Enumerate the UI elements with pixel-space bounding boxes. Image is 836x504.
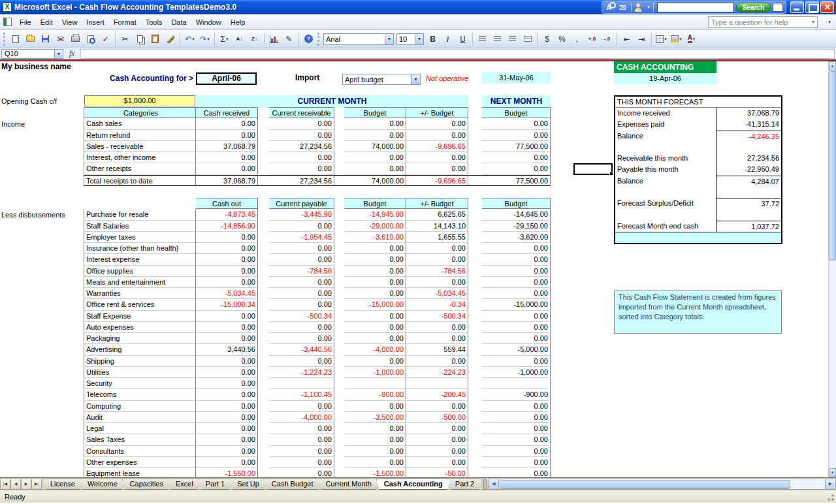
forecast-value[interactable] <box>716 187 781 198</box>
value-cell[interactable]: 0.00 <box>344 118 406 129</box>
notebook-icon[interactable] <box>773 3 783 12</box>
column-header[interactable]: Budget <box>482 107 551 118</box>
value-cell[interactable]: 0.00 <box>344 254 406 265</box>
value-cell[interactable]: 0.00 <box>344 311 406 322</box>
sheet-tab-part-2[interactable]: Part 2 <box>447 479 482 490</box>
value-cell[interactable]: 0.00 <box>344 322 406 333</box>
value-cell[interactable]: 0.00 <box>406 243 468 254</box>
value-cell[interactable]: 0.00 <box>482 412 551 423</box>
value-cell[interactable]: 0.00 <box>344 457 406 468</box>
value-cell[interactable]: 0.00 <box>482 457 551 468</box>
value-cell[interactable]: 0.00 <box>196 412 258 423</box>
value-cell[interactable]: 0.00 <box>482 277 551 288</box>
category-cell[interactable]: Total receipts to date <box>84 175 196 186</box>
next-month-band[interactable]: NEXT MONTH <box>482 95 551 108</box>
value-cell[interactable]: 0.00 <box>406 163 468 174</box>
forecast-label[interactable]: Balance <box>615 176 716 187</box>
format-painter-icon[interactable] <box>163 33 177 46</box>
forecast-value[interactable]: 27,234.56 <box>716 153 781 164</box>
sheet-tab-current-month[interactable]: Current Month <box>317 479 379 490</box>
value-cell[interactable]: 0.00 <box>196 389 258 400</box>
column-header[interactable]: Current payable <box>269 198 334 209</box>
value-cell[interactable]: 0.00 <box>196 322 258 333</box>
value-cell[interactable]: 37,068.79 <box>196 175 258 186</box>
email-icon[interactable]: ✉ <box>54 33 67 46</box>
value-cell[interactable]: 0.00 <box>482 322 551 333</box>
resize-grip[interactable] <box>827 494 835 501</box>
formula-input[interactable] <box>80 49 835 59</box>
value-cell[interactable]: -784.56 <box>269 266 334 277</box>
opening-cash-value-cell[interactable]: $1,000.00 <box>84 95 195 106</box>
merge-center-icon[interactable] <box>521 33 534 46</box>
value-cell[interactable]: 0.00 <box>406 457 468 468</box>
name-box[interactable]: Q10 <box>1 49 55 59</box>
value-cell[interactable]: -1,000.00 <box>344 367 406 378</box>
month-end-date-cell[interactable]: 31-May-06 <box>482 72 551 84</box>
forecast-value[interactable]: 4,284.07 <box>716 176 781 187</box>
sheet-tab-cash-accounting[interactable]: Cash Accounting <box>376 479 451 490</box>
value-cell[interactable]: 0.00 <box>344 163 406 174</box>
cash-accounting-date-cell[interactable]: 19-Apr-06 <box>614 73 716 84</box>
category-cell[interactable]: Other receipts <box>84 163 196 174</box>
value-cell[interactable]: 0.00 <box>269 163 334 174</box>
category-cell[interactable]: Packaging <box>84 333 196 344</box>
category-cell[interactable]: Meals and entertainment <box>84 277 196 288</box>
minimize-button[interactable] <box>790 1 804 13</box>
value-cell[interactable]: 0.00 <box>482 118 551 129</box>
value-cell[interactable]: -14,856.90 <box>196 221 258 232</box>
value-cell[interactable]: 0.00 <box>196 254 258 265</box>
category-cell[interactable]: Sales Taxes <box>84 434 196 445</box>
undo-icon[interactable]: ↶▾ <box>183 33 197 46</box>
less-disbursements-label[interactable]: Less disbursements <box>1 210 65 221</box>
value-cell[interactable]: 0.00 <box>344 333 406 344</box>
help-question-box[interactable]: Type a question for help <box>708 16 818 28</box>
value-cell[interactable]: 0.00 <box>269 288 334 299</box>
value-cell[interactable]: 1,655.55 <box>406 232 468 243</box>
font-name-combo[interactable]: Arial ▼ <box>323 33 394 45</box>
value-cell[interactable]: -4,000.00 <box>269 412 334 423</box>
value-cell[interactable]: 0.00 <box>482 434 551 445</box>
borders-icon[interactable]: ▾ <box>654 33 668 46</box>
value-cell[interactable]: 0.00 <box>196 434 258 445</box>
forecast-label[interactable]: Income received <box>615 108 716 119</box>
value-cell[interactable]: 0.00 <box>482 163 551 174</box>
value-cell[interactable]: 0.00 <box>269 468 334 477</box>
value-cell[interactable]: -1,000.00 <box>482 367 551 378</box>
value-cell[interactable]: 0.00 <box>196 232 258 243</box>
help-icon[interactable] <box>302 33 315 46</box>
value-cell[interactable]: 0.00 <box>269 152 334 163</box>
value-cell[interactable]: 0.00 <box>482 266 551 277</box>
last-sheet-button[interactable] <box>31 479 42 490</box>
spelling-icon[interactable]: ✓ <box>99 33 112 46</box>
value-cell[interactable]: 0.00 <box>196 152 258 163</box>
value-cell[interactable]: -1,550.00 <box>196 468 258 477</box>
value-cell[interactable]: 0.00 <box>196 457 258 468</box>
value-cell[interactable] <box>482 378 551 389</box>
value-cell[interactable]: 0.00 <box>406 118 468 129</box>
percent-icon[interactable]: % <box>555 33 569 46</box>
redo-icon[interactable]: ↷▾ <box>198 33 212 46</box>
value-cell[interactable]: 0.00 <box>269 457 334 468</box>
increase-indent-icon[interactable]: ⇥ <box>635 33 649 46</box>
vertical-scroll-thumb[interactable] <box>829 71 836 260</box>
value-cell[interactable]: 0.00 <box>482 446 551 457</box>
forecast-label[interactable] <box>615 142 716 153</box>
category-cell[interactable]: Warranties <box>84 288 196 299</box>
research-icon[interactable]: A <box>605 2 615 12</box>
category-cell[interactable]: Computing <box>84 401 196 412</box>
chevron-down-icon[interactable]: ▼ <box>385 34 393 44</box>
forecast-value[interactable]: -41,315.14 <box>716 119 781 130</box>
value-cell[interactable]: -900.00 <box>482 389 551 400</box>
category-cell[interactable]: Staff Salaries <box>84 221 196 232</box>
title-search-input[interactable] <box>657 3 734 12</box>
value-cell[interactable]: -50.00 <box>406 468 468 477</box>
column-header[interactable]: Current receivable <box>269 107 334 118</box>
value-cell[interactable]: 0.00 <box>196 266 258 277</box>
value-cell[interactable]: 0.00 <box>269 401 334 412</box>
vertical-scrollbar[interactable]: ▲ ▼ <box>828 61 836 477</box>
value-cell[interactable]: 0.00 <box>482 356 551 367</box>
column-header[interactable]: +/- Budget <box>406 107 468 118</box>
value-cell[interactable]: 0.00 <box>344 434 406 445</box>
sheet-tab-part-1[interactable]: Part 1 <box>198 479 233 490</box>
horizontal-scroll-thumb[interactable] <box>500 480 790 489</box>
